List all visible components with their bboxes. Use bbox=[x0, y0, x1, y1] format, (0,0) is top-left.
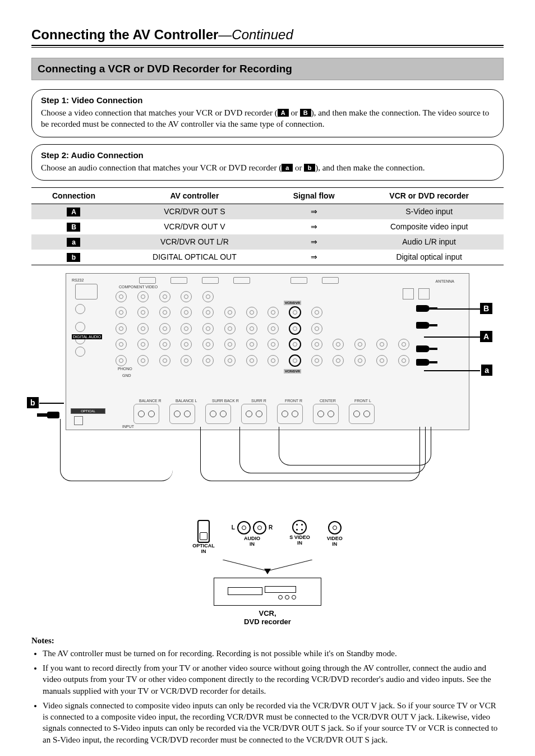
label-audio-in1: AUDIO bbox=[244, 536, 260, 541]
label-vcrdvr-bottom: VCR/DVR bbox=[284, 369, 301, 374]
callout-b: b bbox=[27, 397, 39, 408]
rca-jack-icon bbox=[181, 323, 192, 334]
chapter-name: Connecting the AV Controller bbox=[31, 27, 218, 42]
step1-body: Choose a video connection that matches y… bbox=[41, 107, 494, 130]
label-rs232: RS232 bbox=[72, 278, 84, 282]
audio-in-column: L R AUDIO IN bbox=[232, 520, 273, 554]
label-svideo-in1: S VIDEO bbox=[289, 534, 310, 540]
label-surr-r: SURR R bbox=[251, 399, 266, 403]
label-optical: OPTICAL bbox=[71, 408, 105, 414]
rca-jack-icon bbox=[116, 307, 127, 318]
optical-in-jack-icon bbox=[197, 520, 210, 543]
rca-jack-icon bbox=[376, 339, 388, 350]
vcr-buttons-icon bbox=[278, 595, 296, 600]
rca-jack-icon bbox=[333, 339, 344, 350]
plug-icon bbox=[416, 358, 437, 367]
vcr-tape-slot-icon bbox=[228, 587, 262, 595]
video-in-jack-icon bbox=[328, 521, 342, 534]
rca-jack-icon bbox=[354, 339, 366, 350]
plug-icon bbox=[416, 304, 437, 313]
speaker-terminal-icon bbox=[277, 404, 303, 424]
audio-r-label: R bbox=[269, 524, 273, 531]
vcr-caption-2: DVD recorder bbox=[150, 617, 385, 626]
vcr-caption-1: VCR, bbox=[150, 609, 385, 617]
rca-jack-icon bbox=[159, 291, 170, 302]
label-center: CENTER bbox=[320, 399, 336, 403]
audio-r-jack-icon bbox=[253, 521, 266, 534]
note-item: Video signals connected to composite vid… bbox=[43, 700, 504, 745]
label-gnd: GND bbox=[122, 374, 131, 377]
label-antenna: ANTENNA bbox=[436, 279, 454, 283]
rs232-port-icon bbox=[75, 284, 98, 299]
label-video-in1: VIDEO bbox=[327, 536, 343, 541]
th-signalflow: Signal flow bbox=[273, 187, 354, 204]
row-B-flow: ⇒ bbox=[273, 219, 354, 234]
rca-jack-icon bbox=[224, 307, 236, 318]
rca-jack-icon bbox=[311, 355, 322, 366]
note-item: The AV controller must be turned on for … bbox=[43, 648, 504, 659]
notes-list: The AV controller must be turned on for … bbox=[31, 648, 504, 745]
step1-mid: or bbox=[289, 108, 300, 117]
tag-a-inline: a bbox=[282, 164, 293, 172]
rca-jack-icon bbox=[311, 323, 322, 334]
row-tag-A: A bbox=[67, 208, 80, 216]
vcrdvr-out-l-jack bbox=[289, 338, 301, 351]
row-tag-B: B bbox=[67, 223, 80, 232]
label-audio-in2: IN bbox=[250, 541, 255, 547]
rca-jack-icon bbox=[246, 339, 257, 350]
callout-line-b bbox=[39, 403, 64, 404]
connection-diagram: RS232 DIGITAL AUDIO OPTICAL COMPON bbox=[54, 273, 481, 626]
label-balance-r: BALANCE R bbox=[139, 399, 162, 403]
label-digital-audio: DIGITAL AUDIO bbox=[72, 334, 102, 339]
label-phono: PHONO bbox=[118, 367, 132, 371]
hdmi-port-icon bbox=[139, 277, 156, 284]
callout-B: B bbox=[480, 303, 492, 314]
title-rule-thin bbox=[31, 47, 504, 48]
panel-left-column: RS232 DIGITAL AUDIO bbox=[75, 284, 105, 359]
rca-jack-grid bbox=[111, 289, 414, 368]
audio-l-jack-icon bbox=[237, 521, 251, 534]
rca-jack-icon bbox=[224, 355, 236, 366]
step1-body-pre: Choose a video connection that matches y… bbox=[41, 108, 278, 117]
video-in-column: VIDEO IN bbox=[327, 520, 343, 554]
chapter-title: Connecting the AV Controller—Continued bbox=[31, 27, 504, 44]
step2-mid: or bbox=[293, 163, 304, 172]
label-optical-in1: OPTICAL bbox=[192, 543, 215, 548]
rca-jack-icon bbox=[202, 291, 214, 302]
step2-body: Choose an audio connection that matches … bbox=[41, 162, 494, 173]
section-heading: Connecting a VCR or DVD Recorder for Rec… bbox=[31, 58, 504, 80]
svideo-in-column: S VIDEO IN bbox=[289, 520, 310, 554]
rca-jack-icon bbox=[181, 307, 192, 318]
hdmi-port-icon bbox=[290, 277, 307, 284]
rca-jack-icon bbox=[181, 339, 192, 350]
row-B-dest: Composite video input bbox=[354, 219, 504, 234]
label-balance-l: BALANCE L bbox=[176, 399, 197, 403]
arrow-down-icon bbox=[211, 560, 324, 574]
row-tag-b: b bbox=[67, 253, 80, 262]
dvd-tray-icon bbox=[265, 586, 296, 593]
hdmi-port-icon bbox=[202, 277, 219, 284]
svg-marker-2 bbox=[264, 569, 271, 574]
table-row: b DIGITAL OPTICAL OUT ⇒ Digital optical … bbox=[31, 250, 504, 265]
title-rule-thick bbox=[31, 45, 504, 46]
connection-table: Connection AV controller Signal flow VCR… bbox=[31, 187, 504, 265]
vcrdvr-out-v-jack bbox=[289, 306, 301, 319]
step2-title: Step 2: Audio Connection bbox=[41, 150, 494, 160]
rca-jack-icon bbox=[398, 339, 409, 350]
rca-jack-icon bbox=[202, 339, 214, 350]
rca-jack-icon bbox=[246, 323, 257, 334]
rca-jack-icon bbox=[181, 291, 192, 302]
th-recorder: VCR or DVD recorder bbox=[354, 187, 504, 204]
step1-title: Step 1: Video Connection bbox=[41, 95, 494, 105]
th-avcontroller: AV controller bbox=[116, 187, 273, 204]
speaker-terminal-icon bbox=[313, 404, 339, 424]
tag-A-inline: A bbox=[278, 109, 289, 117]
speaker-terminal-icon bbox=[349, 404, 375, 424]
vcrdvr-out-r-jack bbox=[289, 354, 301, 367]
vcr-recorder-block: OPTICAL IN L R AUDIO IN bbox=[150, 520, 385, 626]
step2-box: Step 2: Audio Connection Choose an audio… bbox=[31, 144, 504, 181]
rca-jack-icon bbox=[311, 339, 322, 350]
rca-jack-icon bbox=[268, 339, 279, 350]
rca-jack-icon bbox=[159, 339, 170, 350]
rca-jack-icon bbox=[137, 291, 149, 302]
